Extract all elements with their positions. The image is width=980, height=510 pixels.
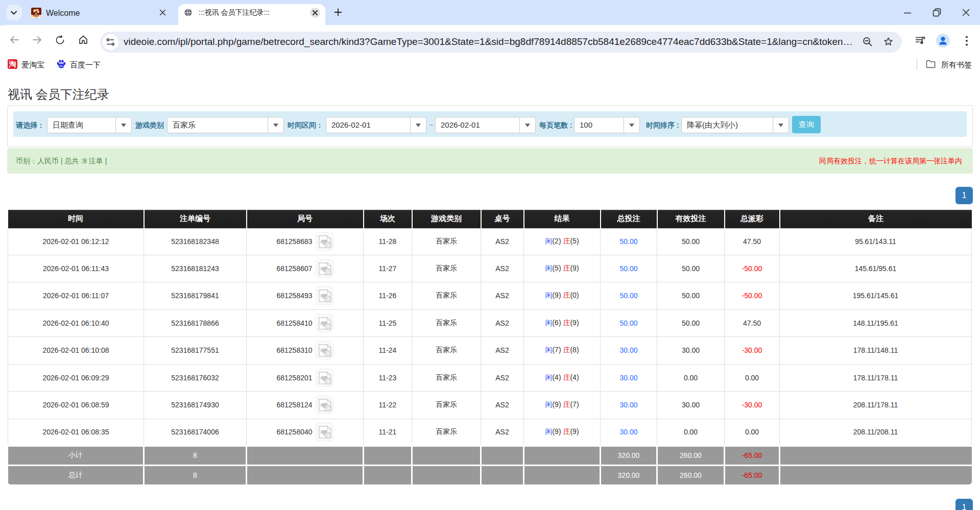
svg-text:du: du [60,64,63,67]
